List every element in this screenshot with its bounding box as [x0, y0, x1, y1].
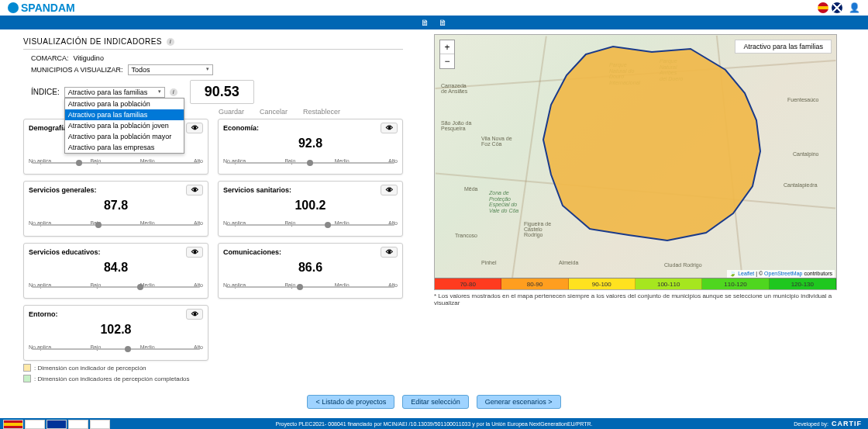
cancelar-link[interactable]: Cancelar [260, 108, 288, 116]
bluebar: 🗎 🗎 [0, 16, 868, 29]
scale-segment: 90-100 [569, 279, 636, 289]
right-panel: ParqueNatural doDouroInternacional Parqu… [434, 34, 852, 382]
indice-info-icon[interactable]: i [170, 88, 177, 96]
map[interactable]: ParqueNatural doDouroInternacional Parqu… [434, 34, 837, 290]
card-title: Servicios generales: [29, 186, 97, 194]
indice-dropdown: Atractivo para la poblaciónAtractivo par… [64, 98, 184, 154]
scale-segment: 110-120 [702, 279, 769, 289]
flag-en[interactable] [832, 2, 842, 13]
comarca-label: COMARCA: [31, 54, 69, 62]
brand-icon [8, 2, 19, 13]
card-slider[interactable]: No aplicaBajoMedioAlto [29, 158, 203, 171]
card-slider[interactable]: No aplicaBajoMedioAlto [223, 158, 398, 171]
footer-text: Proyecto PLEC2021- 008041 financiado por… [276, 421, 593, 427]
card-slider[interactable]: No aplicaBajoMedioAlto [223, 282, 398, 295]
card-slider[interactable]: No aplicaBajoMedioAlto [223, 220, 398, 233]
brand-logo[interactable]: SPANDAM [8, 2, 75, 14]
card-title: Entorno: [29, 310, 58, 318]
legend-text-2: : Dimensión con indicadores de percepció… [34, 375, 190, 382]
color-scale: 70-8080-9090-100100-110110-120120-130 [435, 278, 836, 289]
dropdown-option[interactable]: Atractivo para la población [65, 99, 184, 109]
doc-icon-1[interactable]: 🗎 [421, 18, 429, 27]
dropdown-option[interactable]: Atractivo para las familias [65, 109, 184, 120]
topbar: SPANDAM 👤 [0, 0, 868, 16]
eye-button[interactable]: 👁 [186, 247, 203, 258]
guardar-link[interactable]: Guardar [219, 108, 244, 116]
map-note: * Los valores mostrados en el mapa perte… [434, 292, 852, 306]
legend-text-1: : Dimensión con indicador de percepción [34, 365, 146, 372]
listado-button[interactable]: < Listado de proyectos [307, 395, 394, 409]
scale-segment: 120-130 [770, 279, 836, 289]
zoom-out-button[interactable]: − [440, 54, 454, 68]
left-panel: VISUALIZACIÓN DE INDICADORES i COMARCA: … [23, 34, 403, 382]
flag-es[interactable] [818, 2, 828, 13]
editar-button[interactable]: Editar selección [402, 395, 469, 409]
osm-link[interactable]: OpenStreetMap [764, 271, 802, 276]
brand-text: SPANDAM [21, 2, 75, 14]
dimension-card: Servicios generales:👁87.8No aplicaBajoMe… [23, 181, 208, 237]
region-shape [435, 35, 837, 290]
leaflet-link[interactable]: Leaflet [738, 271, 754, 276]
indice-select[interactable]: Atractivo para las familias▾ [64, 87, 165, 98]
cartif-logo: CARTIF [832, 420, 862, 427]
card-value: 87.8 [29, 199, 203, 213]
dimension-card: Comunicaciones:👁86.6No aplicaBajoMedioAl… [218, 243, 403, 299]
legend-box-yellow [23, 364, 31, 372]
dropdown-option[interactable]: Atractivo para las empresas [65, 142, 184, 153]
info-icon[interactable]: i [167, 38, 174, 46]
footer: Proyecto PLEC2021- 008041 financiado por… [0, 418, 868, 429]
card-value: 102.8 [29, 323, 203, 337]
eye-button[interactable]: 👁 [186, 123, 203, 133]
map-title: Atractivo para las familias [735, 40, 832, 54]
dimension-card: Servicios educativos:👁84.8No aplicaBajoM… [23, 243, 208, 299]
card-slider[interactable]: No aplicaBajoMedioAlto [29, 282, 203, 295]
eye-button[interactable]: 👁 [186, 309, 203, 320]
dropdown-option[interactable]: Atractivo para la población joven [65, 120, 184, 131]
eye-button[interactable]: 👁 [381, 185, 398, 195]
scale-segment: 80-90 [501, 279, 568, 289]
card-title: Comunicaciones: [223, 248, 281, 256]
generar-button[interactable]: Generar escenarios > [477, 395, 561, 409]
scale-segment: 70-80 [435, 279, 501, 289]
footer-logos [3, 420, 110, 429]
zoom-in-button[interactable]: + [440, 40, 454, 54]
card-title: Demografía: [29, 124, 70, 132]
restablecer-link[interactable]: Restablecer [303, 108, 340, 116]
card-value: 92.8 [223, 137, 398, 150]
scale-segment: 100-110 [636, 279, 702, 289]
dropdown-option[interactable]: Atractivo para la población mayor [65, 131, 184, 142]
score-box: 90.53 [190, 80, 254, 104]
eye-button[interactable]: 👁 [186, 185, 203, 195]
card-title: Economía: [223, 124, 259, 132]
indice-label: ÍNDICE: [31, 88, 60, 96]
dimension-card: Entorno:👁102.8No aplicaBajoMedioAlto [23, 305, 208, 361]
bottom-buttons: < Listado de proyectos Editar selección … [0, 395, 868, 409]
card-value: 86.6 [223, 261, 398, 275]
dimension-card: Servicios sanitarios:👁100.2No aplicaBajo… [218, 181, 403, 237]
section-title: VISUALIZACIÓN DE INDICADORES i [23, 34, 403, 50]
card-title: Servicios sanitarios: [223, 186, 291, 194]
doc-icon-2[interactable]: 🗎 [439, 18, 447, 27]
developed-by: Developed by: [794, 421, 828, 427]
eye-button[interactable]: 👁 [381, 123, 398, 133]
municipios-label: MUNICIPIOS A VISUALIZAR: [31, 66, 123, 74]
municipios-select[interactable]: Todos▾ [128, 64, 213, 75]
comarca-value: Vitigudino [74, 54, 104, 62]
eye-button[interactable]: 👁 [381, 247, 398, 258]
card-slider[interactable]: No aplicaBajoMedioAlto [29, 344, 203, 357]
card-value: 84.8 [29, 261, 203, 275]
dimension-card: Economía:👁92.8No aplicaBajoMedioAlto [218, 119, 403, 175]
card-slider[interactable]: No aplicaBajoMedioAlto [29, 220, 203, 233]
map-attribution: 🍃 Leaflet | © OpenStreetMap contributors [727, 270, 835, 278]
zoom-control: + − [439, 40, 455, 69]
legend-box-green [23, 375, 31, 382]
lang-flags: 👤 [818, 2, 860, 13]
user-icon[interactable]: 👤 [849, 2, 860, 13]
card-value: 100.2 [223, 199, 398, 213]
card-title: Servicios educativos: [29, 248, 101, 256]
